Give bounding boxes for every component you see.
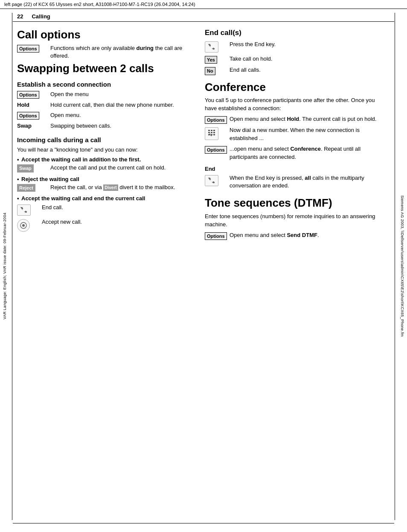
right-rule [395,13,395,520]
conf-end-handset-icon [205,175,218,186]
incoming-subsection: Incoming calls during a call You will he… [17,136,196,232]
bullet-1-key: Swap [17,164,47,172]
svg-rect-10 [213,134,215,135]
yes-desc: Take call on hold. [230,55,384,63]
end-handset-icon [205,41,218,53]
conf-end-desc: When the End key is pressed, all calls i… [230,174,384,190]
bullet-3-content: End call. [17,204,196,232]
bullet-3-header: Accept the waiting call and end the curr… [17,195,196,202]
bullet-2-text: Reject the waiting call [21,176,79,182]
end-calls-title: End call(s) [205,29,384,37]
bottom-line [13,523,394,523]
tone-sequences-intro: Enter tone sequences (numbers) for remot… [205,213,384,229]
swap-badge: Swap [17,164,34,172]
accept-call-row: Accept new call. [17,218,196,232]
main-content: 22 Calling Call options Options Function… [13,9,394,243]
conf-options-2-cell: Options [205,145,226,154]
yes-badge: Yes [205,56,217,64]
call-options-badge-cell: Options [17,44,47,53]
divert-badge: Divert [103,184,118,191]
end-key-desc: Press the End key. [230,41,384,49]
conf-options-badge-2: Options [205,146,227,154]
options-badge-1: Options [17,91,39,99]
bullet-accept-waiting: Accept the waiting call in addition to t… [17,156,196,172]
tone-options-cell: Options [205,231,226,240]
bullet-reject: Reject the waiting call Reject Reject th… [17,176,196,192]
conf-end-handset-cell [205,174,226,186]
end-key-row: Press the End key. [205,41,384,53]
conf-options-1-cell: Options [205,115,226,124]
circle-icon-cell [17,218,38,232]
bullet-3-text: Accept the waiting call and end the curr… [21,195,145,202]
end-call-row: End call. [17,204,196,216]
side-label-left: VAR Language: English; VAR issue date: 0… [0,13,9,519]
end-label: End [205,166,384,172]
svg-rect-9 [211,134,212,135]
end-handset-cell [205,41,226,53]
tone-seq-desc: Open menu and select Send DTMF. [230,231,384,240]
options-badge: Options [17,45,39,53]
left-rule [12,13,12,520]
bullet-1-row: Swap Accept the call and put the current… [17,164,196,172]
svg-rect-4 [213,130,215,131]
establish-desc-2: Hold current call, then dial the new pho… [50,101,196,109]
establish-key-2: Hold [17,101,47,108]
reject-badge: Reject [17,184,35,192]
bullet-accept-end: Accept the waiting call and end the curr… [17,195,196,232]
establish-row-4: Swap Swapping between calls. [17,122,196,130]
establish-row-1: Options Open the menu [17,91,196,99]
swapping-section: Swapping between 2 calls Establish a sec… [17,62,196,232]
conference-title: Conference [205,81,384,94]
establish-subtitle: Establish a second connection [17,81,196,88]
establish-desc-1: Open the menu [50,91,196,98]
circle-icon [17,219,30,232]
establish-row-3: Options Open menu. [17,111,196,120]
handset-icon-cell-1 [17,204,38,216]
incoming-subtitle: Incoming calls during a call [17,136,196,143]
conference-section: Conference You call 5 up to conference p… [205,81,384,190]
conf-row-3: Options ...open menu and select Conferen… [205,145,384,161]
tone-sequences-title: Tone sequences (DTMF) [205,197,384,209]
establish-subsection: Establish a second connection Options Op… [17,81,196,130]
call-options-title: Call options [17,29,196,41]
yes-row: Yes Take call on hold. [205,55,384,64]
side-label-right: Siemens AG 2003, \\Dellserver\users\admi… [398,13,407,519]
no-desc: End all calls. [230,66,384,74]
tone-sequences-section: Tone sequences (DTMF) Enter tone sequenc… [205,197,384,240]
tone-options-badge: Options [205,232,227,240]
call-options-section: Call options Options Functions which are… [17,29,196,60]
bullet-2-row: Reject Reject the call, or via Divert di… [17,184,196,192]
conf-keypad-cell [205,126,226,140]
tone-seq-row: Options Open menu and select Send DTMF. [205,231,384,240]
bullet-1-text: Accept the waiting call in addition to t… [21,156,141,163]
svg-rect-8 [208,134,210,135]
no-badge: No [205,67,215,75]
page-header-title: Calling [32,13,50,20]
svg-rect-3 [211,130,212,131]
swapping-title: Swapping between 2 calls [17,62,196,75]
no-badge-cell: No [205,66,226,75]
bullet-2-key: Reject [17,184,47,192]
call-options-row: Options Functions which are only availab… [17,44,196,60]
top-bar-text: left page (22) of KCX 65 Ulysses en2 sho… [4,2,195,7]
svg-point-1 [22,224,25,227]
top-bar: left page (22) of KCX 65 Ulysses en2 sho… [0,0,407,9]
svg-rect-6 [211,132,212,133]
accept-call-desc: Accept new call. [42,218,196,226]
conf-options-badge-1: Options [205,116,227,124]
bullet-2-desc: Reject the call, or via Divert divert it… [50,184,196,191]
conference-intro: You call 5 up to conference participants… [205,96,384,113]
swap-label: Swap [17,123,32,129]
establish-desc-3: Open menu. [50,111,196,119]
svg-rect-2 [208,130,210,131]
establish-key-3: Options [17,111,47,120]
establish-key-4: Swap [17,122,47,129]
establish-key-1: Options [17,91,47,99]
keypad-icon [205,127,218,140]
conf-row-1: Options Open menu and select Hold. The c… [205,115,384,124]
svg-rect-7 [213,132,215,133]
left-column: Call options Options Functions which are… [17,27,196,243]
end-call-desc: End call. [42,204,196,212]
two-column-layout: Call options Options Functions which are… [13,27,394,243]
conf-desc-3: ...open menu and select Conference. Repe… [230,145,384,161]
